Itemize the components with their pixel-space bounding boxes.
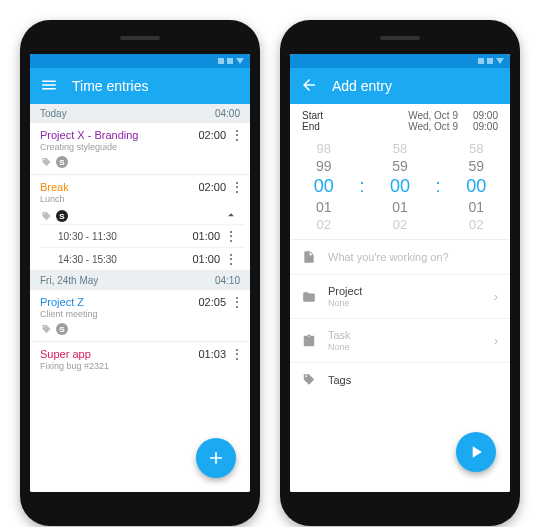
entry-title: Break xyxy=(40,181,198,193)
section-header-today: Today 04:00 xyxy=(30,104,250,123)
start-date: Wed, Oct 9 xyxy=(342,110,458,121)
end-date: Wed, Oct 9 xyxy=(342,121,458,132)
entry-duration: 02:05 xyxy=(198,296,226,308)
chevron-right-icon: › xyxy=(494,290,498,304)
play-fab[interactable] xyxy=(456,432,496,472)
sub-entry[interactable]: 10:30 - 11:30 01:00 ⋮ xyxy=(40,224,244,247)
app-bar: Time entries xyxy=(30,68,250,104)
section-header-fri: Fri, 24th May 04:10 xyxy=(30,271,250,290)
project-value: None xyxy=(328,298,362,308)
phone-time-entries: Time entries Today 04:00 Project X - Bra… xyxy=(20,20,260,526)
start-label: Start xyxy=(302,110,342,121)
billable-icon: S xyxy=(56,323,68,335)
more-icon[interactable]: ⋮ xyxy=(230,130,244,140)
section-label: Today xyxy=(40,108,67,119)
description-placeholder: What you're working on? xyxy=(328,251,449,263)
task-value: None xyxy=(328,342,351,352)
clipboard-icon xyxy=(302,334,316,348)
entry-card[interactable]: Project Z 02:05 ⋮ Client meeting S xyxy=(30,290,250,342)
app-bar-title: Add entry xyxy=(332,78,392,94)
folder-icon xyxy=(302,290,316,304)
collapse-icon[interactable] xyxy=(224,208,238,224)
sub-entry-duration: 01:00 xyxy=(192,230,220,242)
entry-subtitle: Lunch xyxy=(40,194,244,204)
tags-field[interactable]: Tags xyxy=(290,363,510,397)
picker-seconds[interactable]: 58 59 00 01 02 xyxy=(456,140,496,233)
sub-entry-range: 14:30 - 15:30 xyxy=(58,254,192,265)
menu-icon[interactable] xyxy=(40,76,58,97)
phone-add-entry: Add entry Start Wed, Oct 9 09:00 End Wed… xyxy=(280,20,520,526)
sub-entry-duration: 01:00 xyxy=(192,253,220,265)
phone-speaker xyxy=(120,36,160,40)
duration-picker[interactable]: 98 99 00 01 02 : 58 59 00 01 02 : 58 5 xyxy=(290,136,510,240)
entries-list: Today 04:00 Project X - Branding 02:00 ⋮… xyxy=(30,104,250,492)
section-total: 04:00 xyxy=(215,108,240,119)
more-icon[interactable]: ⋮ xyxy=(230,297,244,307)
more-icon[interactable]: ⋮ xyxy=(230,349,244,359)
description-field[interactable]: What you're working on? xyxy=(290,240,510,275)
billable-icon: S xyxy=(56,156,68,168)
tag-icon xyxy=(40,156,52,168)
entry-duration: 02:00 xyxy=(198,129,226,141)
entry-card-expanded[interactable]: Break 02:00 ⋮ Lunch S 10:30 - 11:30 01:0… xyxy=(30,175,250,271)
status-bar xyxy=(290,54,510,68)
entry-title: Project X - Branding xyxy=(40,129,198,141)
status-bar xyxy=(30,54,250,68)
phone-speaker xyxy=(380,36,420,40)
picker-colon: : xyxy=(436,176,441,197)
task-label: Task xyxy=(328,329,351,341)
start-end-block[interactable]: Start Wed, Oct 9 09:00 End Wed, Oct 9 09… xyxy=(290,104,510,136)
billable-icon: S xyxy=(56,210,68,222)
picker-minutes[interactable]: 58 59 00 01 02 xyxy=(380,140,420,233)
project-field[interactable]: Project None › xyxy=(290,275,510,319)
description-icon xyxy=(302,250,316,264)
screen-left: Time entries Today 04:00 Project X - Bra… xyxy=(30,54,250,492)
picker-colon: : xyxy=(359,176,364,197)
app-bar: Add entry xyxy=(290,68,510,104)
chevron-right-icon: › xyxy=(494,334,498,348)
start-time: 09:00 xyxy=(458,110,498,121)
screen-right: Add entry Start Wed, Oct 9 09:00 End Wed… xyxy=(290,54,510,492)
end-time: 09:00 xyxy=(458,121,498,132)
tags-label: Tags xyxy=(328,374,351,386)
sub-entry-range: 10:30 - 11:30 xyxy=(58,231,192,242)
more-icon[interactable]: ⋮ xyxy=(224,231,238,241)
section-label: Fri, 24th May xyxy=(40,275,98,286)
section-total: 04:10 xyxy=(215,275,240,286)
tag-icon xyxy=(40,210,52,222)
more-icon[interactable]: ⋮ xyxy=(230,182,244,192)
app-bar-title: Time entries xyxy=(72,78,149,94)
entry-duration: 01:03 xyxy=(198,348,226,360)
entry-title: Project Z xyxy=(40,296,198,308)
sub-entry[interactable]: 14:30 - 15:30 01:00 ⋮ xyxy=(40,247,244,270)
entry-card[interactable]: Super app 01:03 ⋮ Fixing bug #2321 xyxy=(30,342,250,377)
entry-subtitle: Client meeting xyxy=(40,309,244,319)
tag-icon xyxy=(302,373,316,387)
picker-hours[interactable]: 98 99 00 01 02 xyxy=(304,140,344,233)
end-label: End xyxy=(302,121,342,132)
task-field[interactable]: Task None › xyxy=(290,319,510,363)
entry-duration: 02:00 xyxy=(198,181,226,193)
entry-subtitle: Fixing bug #2321 xyxy=(40,361,244,371)
add-entry-fab[interactable] xyxy=(196,438,236,478)
entry-title: Super app xyxy=(40,348,198,360)
entry-card[interactable]: Project X - Branding 02:00 ⋮ Creating st… xyxy=(30,123,250,175)
more-icon[interactable]: ⋮ xyxy=(224,254,238,264)
entry-subtitle: Creating styleguide xyxy=(40,142,244,152)
project-label: Project xyxy=(328,285,362,297)
back-icon[interactable] xyxy=(300,76,318,97)
tag-icon xyxy=(40,323,52,335)
